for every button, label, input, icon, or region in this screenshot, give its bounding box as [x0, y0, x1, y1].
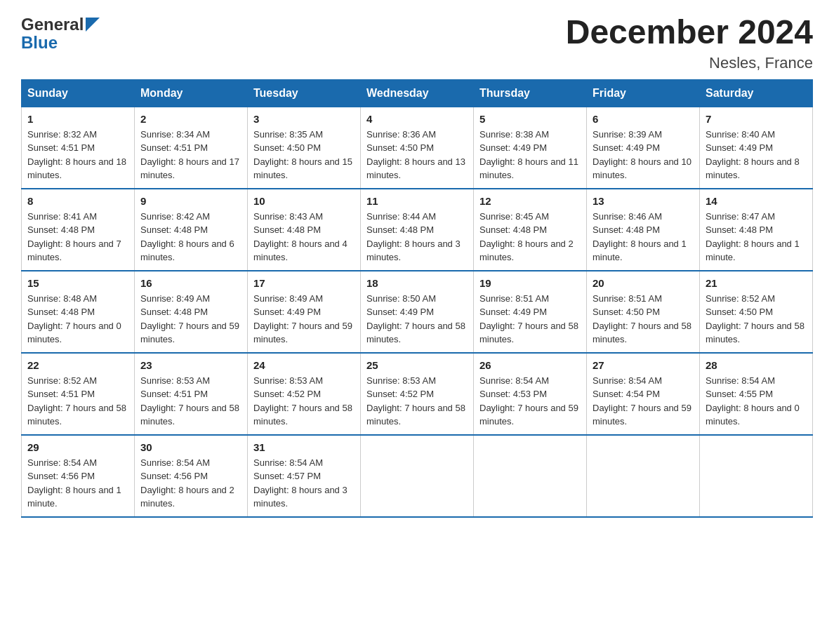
calendar-subtitle: Nesles, France	[566, 54, 813, 72]
day-info: Sunrise: 8:47 AMSunset: 4:48 PMDaylight:…	[706, 210, 807, 264]
page-header: General Blue December 2024 Nesles, Franc…	[21, 14, 813, 72]
calendar-day-cell: 9Sunrise: 8:42 AMSunset: 4:48 PMDaylight…	[135, 189, 248, 271]
svg-marker-0	[86, 18, 100, 32]
calendar-day-cell: 13Sunrise: 8:46 AMSunset: 4:48 PMDayligh…	[587, 189, 700, 271]
calendar-day-cell: 12Sunrise: 8:45 AMSunset: 4:48 PMDayligh…	[474, 189, 587, 271]
day-info: Sunrise: 8:54 AMSunset: 4:56 PMDaylight:…	[140, 456, 241, 511]
calendar-day-cell: 31Sunrise: 8:54 AMSunset: 4:57 PMDayligh…	[248, 435, 361, 517]
day-number: 8	[27, 195, 128, 207]
day-info: Sunrise: 8:48 AMSunset: 4:48 PMDaylight:…	[27, 292, 128, 347]
calendar-day-cell: 27Sunrise: 8:54 AMSunset: 4:54 PMDayligh…	[587, 353, 700, 435]
day-number: 10	[253, 195, 355, 207]
day-info: Sunrise: 8:54 AMSunset: 4:54 PMDaylight:…	[593, 374, 694, 429]
calendar-day-cell: 23Sunrise: 8:53 AMSunset: 4:51 PMDayligh…	[135, 353, 248, 435]
calendar-header-row: Sunday Monday Tuesday Wednesday Thursday…	[22, 79, 813, 107]
day-number: 29	[27, 441, 128, 453]
calendar-day-cell: 5Sunrise: 8:38 AMSunset: 4:49 PMDaylight…	[474, 107, 587, 189]
day-number: 15	[27, 277, 128, 289]
day-info: Sunrise: 8:53 AMSunset: 4:51 PMDaylight:…	[140, 374, 241, 429]
day-number: 13	[593, 195, 694, 207]
day-number: 20	[593, 277, 694, 289]
day-info: Sunrise: 8:49 AMSunset: 4:49 PMDaylight:…	[253, 292, 355, 347]
calendar-day-cell: 26Sunrise: 8:54 AMSunset: 4:53 PMDayligh…	[474, 353, 587, 435]
day-number: 11	[366, 195, 468, 207]
day-info: Sunrise: 8:53 AMSunset: 4:52 PMDaylight:…	[366, 374, 468, 429]
day-info: Sunrise: 8:50 AMSunset: 4:49 PMDaylight:…	[366, 292, 468, 347]
day-info: Sunrise: 8:41 AMSunset: 4:48 PMDaylight:…	[27, 210, 128, 264]
calendar-week-row: 22Sunrise: 8:52 AMSunset: 4:51 PMDayligh…	[22, 353, 813, 435]
day-info: Sunrise: 8:46 AMSunset: 4:48 PMDaylight:…	[593, 210, 694, 264]
day-number: 19	[479, 277, 581, 289]
day-info: Sunrise: 8:54 AMSunset: 4:53 PMDaylight:…	[479, 374, 581, 429]
day-number: 31	[253, 441, 355, 453]
day-number: 22	[27, 359, 128, 371]
day-info: Sunrise: 8:54 AMSunset: 4:56 PMDaylight:…	[27, 456, 128, 511]
day-info: Sunrise: 8:54 AMSunset: 4:55 PMDaylight:…	[706, 374, 807, 429]
logo-blue-text: Blue	[21, 33, 58, 53]
day-info: Sunrise: 8:53 AMSunset: 4:52 PMDaylight:…	[253, 374, 355, 429]
calendar-table: Sunday Monday Tuesday Wednesday Thursday…	[21, 79, 813, 518]
day-info: Sunrise: 8:34 AMSunset: 4:51 PMDaylight:…	[140, 128, 241, 182]
calendar-week-row: 1Sunrise: 8:32 AMSunset: 4:51 PMDaylight…	[22, 107, 813, 189]
calendar-day-cell: 18Sunrise: 8:50 AMSunset: 4:49 PMDayligh…	[361, 271, 474, 353]
logo: General Blue	[21, 14, 100, 53]
day-info: Sunrise: 8:40 AMSunset: 4:49 PMDaylight:…	[706, 128, 807, 182]
day-number: 9	[140, 195, 241, 207]
calendar-day-cell: 6Sunrise: 8:39 AMSunset: 4:49 PMDaylight…	[587, 107, 700, 189]
calendar-day-cell: 17Sunrise: 8:49 AMSunset: 4:49 PMDayligh…	[248, 271, 361, 353]
day-number: 28	[706, 359, 807, 371]
calendar-day-cell: 25Sunrise: 8:53 AMSunset: 4:52 PMDayligh…	[361, 353, 474, 435]
day-number: 12	[479, 195, 581, 207]
day-info: Sunrise: 8:44 AMSunset: 4:48 PMDaylight:…	[366, 210, 468, 264]
col-saturday: Saturday	[700, 79, 813, 107]
calendar-day-cell: 10Sunrise: 8:43 AMSunset: 4:48 PMDayligh…	[248, 189, 361, 271]
day-number: 21	[706, 277, 807, 289]
calendar-day-cell: 7Sunrise: 8:40 AMSunset: 4:49 PMDaylight…	[700, 107, 813, 189]
day-info: Sunrise: 8:39 AMSunset: 4:49 PMDaylight:…	[593, 128, 694, 182]
calendar-day-cell: 16Sunrise: 8:49 AMSunset: 4:48 PMDayligh…	[135, 271, 248, 353]
day-number: 1	[27, 113, 128, 125]
logo-arrow-icon	[86, 18, 100, 34]
day-number: 5	[479, 113, 581, 125]
day-info: Sunrise: 8:45 AMSunset: 4:48 PMDaylight:…	[479, 210, 581, 264]
day-number: 27	[593, 359, 694, 371]
day-number: 18	[366, 277, 468, 289]
day-info: Sunrise: 8:32 AMSunset: 4:51 PMDaylight:…	[27, 128, 128, 182]
col-wednesday: Wednesday	[361, 79, 474, 107]
logo-general-text: General	[21, 15, 84, 34]
calendar-day-cell: 24Sunrise: 8:53 AMSunset: 4:52 PMDayligh…	[248, 353, 361, 435]
day-info: Sunrise: 8:49 AMSunset: 4:48 PMDaylight:…	[140, 292, 241, 347]
col-sunday: Sunday	[22, 79, 135, 107]
day-number: 4	[366, 113, 468, 125]
day-info: Sunrise: 8:54 AMSunset: 4:57 PMDaylight:…	[253, 456, 355, 511]
calendar-day-cell: 14Sunrise: 8:47 AMSunset: 4:48 PMDayligh…	[700, 189, 813, 271]
calendar-day-cell: 1Sunrise: 8:32 AMSunset: 4:51 PMDaylight…	[22, 107, 135, 189]
col-friday: Friday	[587, 79, 700, 107]
col-tuesday: Tuesday	[248, 79, 361, 107]
calendar-day-cell: 3Sunrise: 8:35 AMSunset: 4:50 PMDaylight…	[248, 107, 361, 189]
day-info: Sunrise: 8:38 AMSunset: 4:49 PMDaylight:…	[479, 128, 581, 182]
calendar-day-cell: 21Sunrise: 8:52 AMSunset: 4:50 PMDayligh…	[700, 271, 813, 353]
col-thursday: Thursday	[474, 79, 587, 107]
calendar-day-cell: 22Sunrise: 8:52 AMSunset: 4:51 PMDayligh…	[22, 353, 135, 435]
day-info: Sunrise: 8:43 AMSunset: 4:48 PMDaylight:…	[253, 210, 355, 264]
calendar-day-cell: 30Sunrise: 8:54 AMSunset: 4:56 PMDayligh…	[135, 435, 248, 517]
calendar-week-row: 29Sunrise: 8:54 AMSunset: 4:56 PMDayligh…	[22, 435, 813, 517]
calendar-day-cell: 11Sunrise: 8:44 AMSunset: 4:48 PMDayligh…	[361, 189, 474, 271]
calendar-day-cell: 28Sunrise: 8:54 AMSunset: 4:55 PMDayligh…	[700, 353, 813, 435]
calendar-title-area: December 2024 Nesles, France	[566, 14, 813, 72]
day-number: 23	[140, 359, 241, 371]
day-info: Sunrise: 8:35 AMSunset: 4:50 PMDaylight:…	[253, 128, 355, 182]
day-number: 7	[706, 113, 807, 125]
day-number: 17	[253, 277, 355, 289]
calendar-week-row: 8Sunrise: 8:41 AMSunset: 4:48 PMDaylight…	[22, 189, 813, 271]
calendar-week-row: 15Sunrise: 8:48 AMSunset: 4:48 PMDayligh…	[22, 271, 813, 353]
day-number: 6	[593, 113, 694, 125]
calendar-day-cell: 29Sunrise: 8:54 AMSunset: 4:56 PMDayligh…	[22, 435, 135, 517]
day-number: 14	[706, 195, 807, 207]
calendar-day-cell	[700, 435, 813, 517]
calendar-day-cell: 19Sunrise: 8:51 AMSunset: 4:49 PMDayligh…	[474, 271, 587, 353]
day-number: 24	[253, 359, 355, 371]
calendar-title: December 2024	[566, 14, 813, 51]
calendar-day-cell: 8Sunrise: 8:41 AMSunset: 4:48 PMDaylight…	[22, 189, 135, 271]
